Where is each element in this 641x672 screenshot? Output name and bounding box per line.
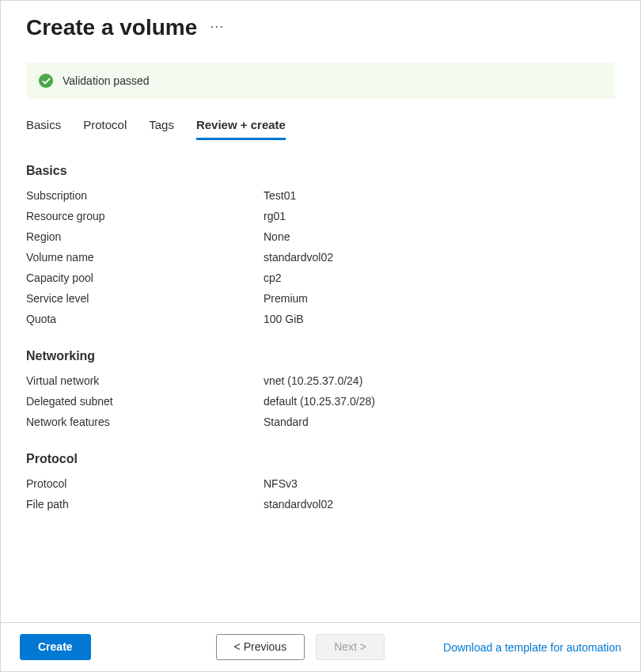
row-protocol: Protocol NFSv3 <box>26 477 615 490</box>
label-delegated-subnet: Delegated subnet <box>26 395 264 408</box>
more-icon[interactable]: ··· <box>210 18 224 38</box>
section-networking: Networking Virtual network vnet (10.25.3… <box>26 349 615 428</box>
tab-protocol[interactable]: Protocol <box>83 118 127 140</box>
section-heading-networking: Networking <box>26 349 615 363</box>
row-file-path: File path standardvol02 <box>26 498 615 511</box>
value-file-path: standardvol02 <box>264 498 333 511</box>
download-template-link[interactable]: Download a template for automation <box>443 641 621 654</box>
label-virtual-network: Virtual network <box>26 374 264 387</box>
tab-review-create[interactable]: Review + create <box>196 118 286 140</box>
section-protocol: Protocol Protocol NFSv3 File path standa… <box>26 452 615 511</box>
value-capacity-pool: cp2 <box>264 271 282 284</box>
label-region: Region <box>26 230 264 243</box>
validation-banner: Validation passed <box>26 63 615 99</box>
tab-bar: Basics Protocol Tags Review + create <box>26 118 615 140</box>
label-volume-name: Volume name <box>26 251 264 264</box>
section-heading-protocol: Protocol <box>26 452 615 466</box>
label-network-features: Network features <box>26 416 264 428</box>
create-button[interactable]: Create <box>20 634 91 660</box>
section-basics: Basics Subscription Test01 Resource grou… <box>26 164 615 325</box>
label-service-level: Service level <box>26 292 264 305</box>
row-virtual-network: Virtual network vnet (10.25.37.0/24) <box>26 374 615 387</box>
label-quota: Quota <box>26 313 264 325</box>
value-virtual-network: vnet (10.25.37.0/24) <box>264 374 362 387</box>
value-network-features: Standard <box>264 416 309 428</box>
value-service-level: Premium <box>264 292 308 305</box>
row-subscription: Subscription Test01 <box>26 189 615 202</box>
page-title: Create a volume <box>26 15 197 40</box>
tab-tags[interactable]: Tags <box>149 118 174 140</box>
footer: Create < Previous Next > Download a temp… <box>1 622 640 671</box>
value-delegated-subnet: default (10.25.37.0/28) <box>264 395 375 408</box>
label-protocol: Protocol <box>26 477 264 490</box>
value-subscription: Test01 <box>264 189 296 202</box>
value-region: None <box>264 230 290 243</box>
checkmark-icon <box>39 74 53 88</box>
row-region: Region None <box>26 230 615 243</box>
label-file-path: File path <box>26 498 264 511</box>
label-capacity-pool: Capacity pool <box>26 271 264 284</box>
validation-text: Validation passed <box>63 74 149 87</box>
value-quota: 100 GiB <box>264 313 304 325</box>
row-delegated-subnet: Delegated subnet default (10.25.37.0/28) <box>26 395 615 408</box>
label-resource-group: Resource group <box>26 210 264 222</box>
next-button: Next > <box>316 634 385 660</box>
row-capacity-pool: Capacity pool cp2 <box>26 271 615 284</box>
row-volume-name: Volume name standardvol02 <box>26 251 615 264</box>
previous-button[interactable]: < Previous <box>216 634 305 660</box>
value-protocol: NFSv3 <box>264 477 298 490</box>
row-network-features: Network features Standard <box>26 416 615 428</box>
label-subscription: Subscription <box>26 189 264 202</box>
section-heading-basics: Basics <box>26 164 615 178</box>
tab-basics[interactable]: Basics <box>26 118 61 140</box>
row-quota: Quota 100 GiB <box>26 313 615 325</box>
value-resource-group: rg01 <box>264 210 286 222</box>
row-service-level: Service level Premium <box>26 292 615 305</box>
row-resource-group: Resource group rg01 <box>26 210 615 222</box>
value-volume-name: standardvol02 <box>264 251 333 264</box>
